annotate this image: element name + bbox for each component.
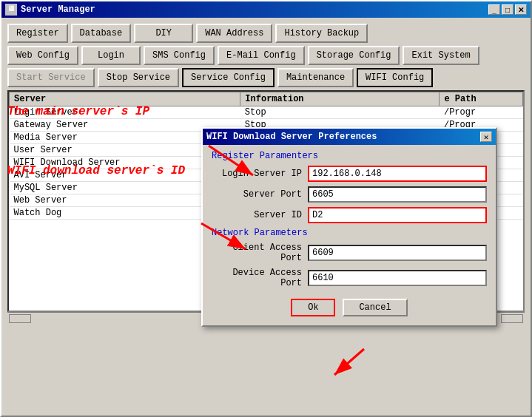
register-section-label: Register Paramenters [212,151,487,161]
main-window: 🖥 Server Manager _ □ ✕ Register Database… [0,0,532,417]
cancel-button[interactable]: Cancel [343,299,407,316]
svg-line-5 [334,349,364,375]
login-server-ip-input[interactable] [308,166,487,182]
client-access-port-input[interactable] [308,245,487,261]
dialog-overlay: WIFI Download Server Preferences ✕ Regis… [1,1,531,416]
server-id-input[interactable] [308,207,487,223]
network-section: Network Parameters Client Access Port De… [212,228,487,288]
device-access-port-row: Device Access Port [212,268,487,288]
dialog-title-text: WIFI Download Server Preferences [206,132,377,142]
login-server-ip-label: Login Server IP [212,169,308,179]
server-id-row: Server ID [212,207,487,223]
server-port-row: Server Port [212,186,487,203]
device-access-port-input[interactable] [308,270,487,286]
server-id-label: Server ID [212,210,308,220]
preferences-dialog: WIFI Download Server Preferences ✕ Regis… [201,127,497,327]
server-port-input[interactable] [308,186,487,203]
dialog-close-button[interactable]: ✕ [480,132,492,142]
dialog-buttons: Ok Cancel [212,293,487,319]
server-port-label: Server Port [212,189,308,200]
dialog-body: Register Paramenters Login Server IP Ser… [203,145,496,325]
login-server-ip-row: Login Server IP [212,166,487,182]
client-access-port-label: Client Access Port [212,243,308,263]
ok-button[interactable]: Ok [291,299,335,316]
device-access-port-label: Device Access Port [212,268,308,288]
dialog-title-bar: WIFI Download Server Preferences ✕ [203,129,496,145]
client-access-port-row: Client Access Port [212,243,487,263]
network-section-label: Network Parameters [212,228,487,238]
